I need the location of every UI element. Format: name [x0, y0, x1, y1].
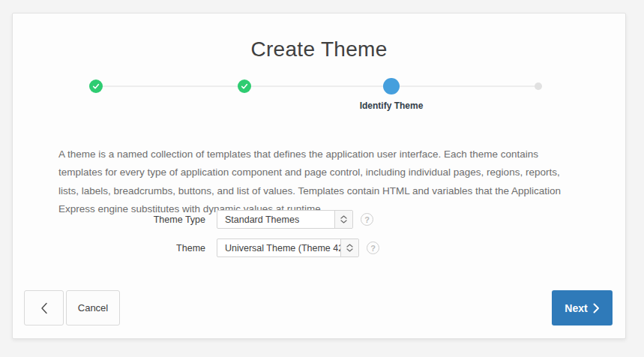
theme-type-row: Theme Type Standard Themes ? [13, 210, 625, 229]
theme-type-label: Theme Type [13, 214, 217, 225]
theme-selected-value: Universal Theme (Theme 42) [217, 243, 340, 254]
wizard-progress-train: Identify Theme [13, 74, 625, 126]
theme-help-icon[interactable]: ? [367, 242, 379, 254]
create-theme-dialog: Create Theme Identify Theme A theme is a… [12, 13, 626, 339]
chevron-up-icon [346, 244, 353, 248]
select-stepper[interactable] [340, 239, 358, 256]
wizard-footer: Cancel Next [24, 290, 613, 326]
chevron-up-icon [340, 215, 347, 219]
theme-description-text: A theme is a named collection of templat… [58, 146, 571, 219]
theme-type-selected-value: Standard Themes [217, 214, 334, 225]
wizard-progress-line [96, 86, 537, 87]
wizard-step-current [383, 78, 400, 94]
wizard-step-completed-2 [238, 80, 251, 93]
check-icon [240, 82, 249, 91]
theme-type-help-icon[interactable]: ? [361, 213, 373, 226]
wizard-current-step-label: Identify Theme [360, 100, 424, 111]
chevron-down-icon [346, 248, 353, 252]
wizard-step-completed-1 [89, 80, 103, 93]
theme-label: Theme [13, 243, 217, 254]
chevron-down-icon [340, 220, 347, 224]
cancel-button[interactable]: Cancel [66, 290, 120, 326]
theme-select[interactable]: Universal Theme (Theme 42) [217, 238, 359, 257]
theme-form: Theme Type Standard Themes ? Theme Unive… [13, 210, 625, 267]
chevron-left-icon [40, 302, 48, 314]
check-icon [91, 82, 100, 91]
next-button-label: Next [565, 302, 587, 314]
theme-type-select[interactable]: Standard Themes [217, 210, 353, 229]
cancel-button-label: Cancel [78, 302, 108, 314]
page-title: Create Theme [13, 14, 625, 62]
next-button[interactable]: Next [552, 290, 613, 326]
chevron-right-icon [593, 303, 600, 314]
back-button[interactable] [24, 290, 64, 326]
theme-row: Theme Universal Theme (Theme 42) ? [13, 238, 625, 257]
wizard-step-upcoming [535, 82, 542, 90]
select-stepper[interactable] [334, 211, 352, 228]
